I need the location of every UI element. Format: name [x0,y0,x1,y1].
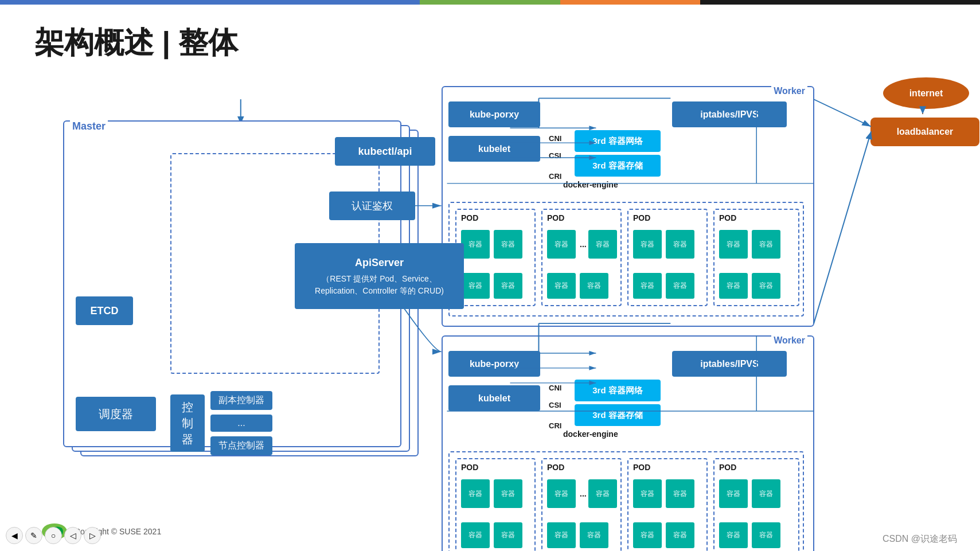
pod8-c2: 容器 [752,479,780,508]
third-network-top: 3rd 容器网络 [575,130,661,152]
top-bar-orange [560,0,700,5]
pod5-c3: 容器 [461,522,490,548]
third-network-bottom: 3rd 容器网络 [575,380,661,401]
kubelet-bottom: kubelet [448,385,540,411]
top-bar-green [420,0,560,5]
pod2-dots: ... [580,240,587,249]
nav-back-button[interactable]: ◀ [6,527,23,544]
etcd-box: ETCD [76,296,133,325]
cri-bottom-label: CRI [549,421,561,430]
pod3-c2: 容器 [666,230,694,259]
pod8-c3: 容器 [719,522,748,548]
csi-top-label: CSI [549,151,561,160]
pod6-c2: 容器 [588,479,617,508]
pod1-c1: 容器 [461,230,490,259]
pod3-c3: 容器 [633,273,662,299]
worker-bottom-label: Worker [771,335,807,346]
pod4-label: POD [719,213,736,222]
diagram-area: Master kubectl/api 认证鉴权 ApiServer （REST … [29,75,969,505]
watermark-text: CSDN @识途老码 [883,533,957,545]
svg-line-9 [814,99,871,126]
top-bar-blue [0,0,420,5]
third-storage-top: 3rd 容器存储 [575,155,661,177]
pod4-c2: 容器 [752,230,780,259]
nav-prev-button[interactable]: ◁ [64,527,81,544]
pod7-c4: 容器 [666,522,694,548]
cni-bottom-label: CNI [549,384,561,392]
pod3-c4: 容器 [666,273,694,299]
docker-bottom-label: docker-engine [563,429,618,439]
pod2-c2: 容器 [588,230,617,259]
page-title: 架构概述 | 整体 [34,23,238,63]
pod6-dots: ... [580,489,587,498]
internet-oval: internet [883,77,969,109]
pod-area-top: POD 容器 容器 ... 容器 容器 POD 容器 ... 容器 容器 容器 … [448,202,804,316]
replica-controller: 副本控制器 [210,391,272,410]
pod5-c1: 容器 [461,479,490,508]
node-controller: 节点控制器 [210,436,272,455]
worker-top-section: Worker kube-porxy kubelet iptables/IPVS … [442,86,814,327]
pod7: POD 容器 容器 ... 容器 容器 [627,458,708,551]
pod8-label: POD [719,463,736,472]
pod2: POD 容器 ... 容器 容器 容器 [541,209,622,306]
pod7-c3: 容器 [633,522,662,548]
controller-group: 控制器 副本控制器 ... 节点控制器 [170,391,272,455]
pod7-c2: 容器 [666,479,694,508]
pod6-label: POD [547,463,564,472]
pod1-c2: 容器 [494,230,522,259]
pod7-c1: 容器 [633,479,662,508]
pod2-label: POD [547,213,564,222]
third-storage-bottom: 3rd 容器存储 [575,404,661,426]
pod1-c4: 容器 [494,273,522,299]
pod4-c1: 容器 [719,230,748,259]
pod1-label: POD [461,213,478,222]
pod6: POD 容器 ... 容器 容器 容器 [541,458,622,551]
cni-top-label: CNI [549,134,561,143]
pod2-c1: 容器 [547,230,576,259]
pod5: POD 容器 容器 ... 容器 容器 [455,458,536,551]
csi-bottom-label: CSI [549,401,561,409]
kubelet-top: kubelet [448,136,540,162]
auth-box: 认证鉴权 [329,192,415,220]
worker-bottom-section: Worker kube-porxy kubelet iptables/IPVS … [442,335,814,551]
pod3: POD 容器 容器 ... 容器 容器 [627,209,708,306]
pod1: POD 容器 容器 ... 容器 容器 [455,209,536,306]
loadbalancer-box: loadbalancer [870,118,979,146]
nav-edit-button[interactable]: ✎ [25,527,42,544]
top-bar-black [700,0,980,5]
pod1-c3: 容器 [461,273,490,299]
pod4-c4: 容器 [752,273,780,299]
pod6-c1: 容器 [547,479,576,508]
apiserver-box: ApiServer （REST 提供对 Pod、Service、 Replica… [295,243,464,309]
kube-porxy-top: kube-porxy [448,101,540,127]
nav-circle-button[interactable]: ○ [45,527,62,544]
pod6-c4: 容器 [580,522,608,548]
dashed-inner-box: kubectl/api 认证鉴权 ApiServer （REST 提供对 Pod… [170,153,380,374]
pod-area-bottom: POD 容器 容器 ... 容器 容器 POD 容器 ... 容器 容器 容器 … [448,451,804,551]
footer-nav[interactable]: ◀ ✎ ○ ◁ ▷ [6,527,101,544]
docker-top-label: docker-engine [563,180,618,189]
nav-next-button[interactable]: ▷ [84,527,101,544]
master-box: Master kubectl/api 认证鉴权 ApiServer （REST … [63,120,401,447]
worker-top-label: Worker [771,86,807,96]
pod8-c4: 容器 [752,522,780,548]
cri-top-label: CRI [549,172,561,181]
pod4: POD ... 容器 容器 容器 容器 [713,209,799,306]
master-label: Master [70,120,108,132]
pod8: POD ... 容器 容器 容器 容器 [713,458,799,551]
pod3-label: POD [633,213,650,222]
pod4-c3: 容器 [719,273,748,299]
pod3-c1: 容器 [633,230,662,259]
controller-sub: 副本控制器 ... 节点控制器 [210,391,272,455]
pod5-label: POD [461,463,478,472]
pod7-label: POD [633,463,650,472]
pod5-c4: 容器 [494,522,522,548]
controller-dots: ... [210,415,272,432]
iptables-top: iptables/IPVS [672,101,787,127]
svg-line-10 [814,131,871,323]
iptables-bottom: iptables/IPVS [672,351,787,377]
kubectl-box: kubectl/api [335,137,435,166]
controller-label: 控制器 [170,394,205,452]
pod6-c3: 容器 [547,522,576,548]
kube-porxy-bottom: kube-porxy [448,351,540,377]
